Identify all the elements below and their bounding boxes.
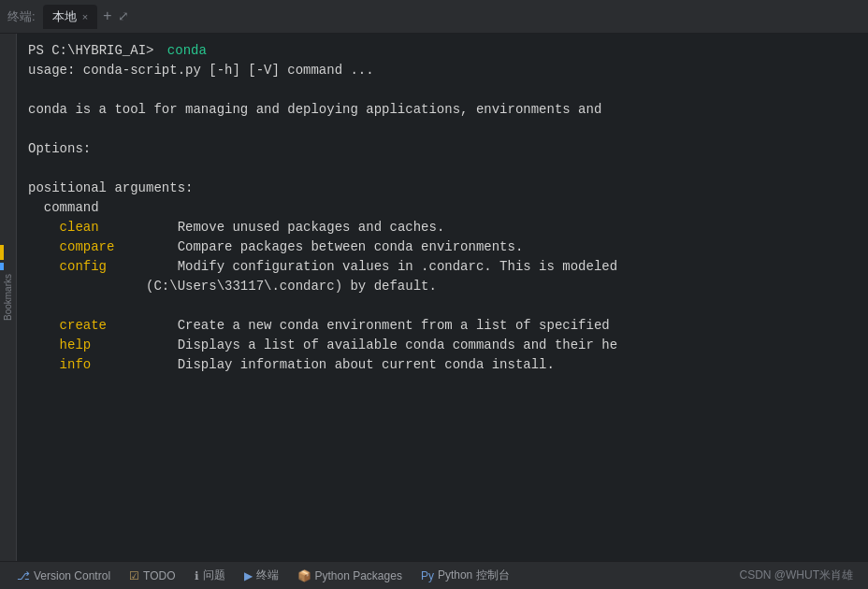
tab-add-button[interactable]: + bbox=[103, 8, 112, 25]
python-console-icon: Py bbox=[421, 569, 434, 582]
bookmark-dots bbox=[0, 245, 4, 270]
output-usage: usage: conda-script.py [-h] [-V] command… bbox=[28, 61, 857, 80]
terminal-output[interactable]: PS C:\HYBRIG_AI> conda usage: conda-scri… bbox=[17, 34, 868, 561]
terminal-label: 终端: bbox=[7, 8, 36, 25]
tab-expand-button[interactable]: ⤢ bbox=[118, 8, 129, 24]
bookmarks-sidebar: Bookmarks bbox=[0, 34, 17, 561]
output-help: help Displays a list of available conda … bbox=[28, 336, 857, 355]
blank-3 bbox=[28, 159, 857, 179]
prompt-line: PS C:\HYBRIG_AI> conda bbox=[28, 41, 857, 61]
main-area: Bookmarks PS C:\HYBRIG_AI> conda usage: … bbox=[0, 34, 868, 561]
version-control-icon: ⎇ bbox=[17, 569, 30, 582]
prompt-path: C:\HYBRIG_AI> bbox=[51, 41, 153, 61]
bookmarks-label: Bookmarks bbox=[3, 274, 13, 321]
output-info: info Display information about current c… bbox=[28, 355, 857, 375]
blank-4 bbox=[28, 296, 857, 316]
blank-1 bbox=[28, 80, 857, 100]
status-issues[interactable]: ℹ 问题 bbox=[185, 562, 235, 589]
tab-close-button[interactable]: × bbox=[82, 11, 88, 22]
status-python-console[interactable]: Py Python 控制台 bbox=[412, 562, 519, 589]
status-version-control[interactable]: ⎇ Version Control bbox=[7, 562, 120, 589]
output-command: command bbox=[28, 198, 857, 218]
output-create: create Create a new conda environment fr… bbox=[28, 316, 857, 336]
output-config-2: (C:\Users\33117\.condarc) by default. bbox=[28, 277, 857, 296]
prompt-command: conda bbox=[167, 41, 207, 61]
terminal-icon: ▶ bbox=[244, 569, 253, 582]
python-packages-icon: 📦 bbox=[297, 569, 311, 582]
issues-label: 问题 bbox=[203, 567, 225, 583]
status-terminal[interactable]: ▶ 终端 bbox=[235, 562, 288, 589]
issues-icon: ℹ bbox=[195, 569, 199, 582]
todo-icon: ☑ bbox=[129, 569, 139, 582]
python-console-label: Python 控制台 bbox=[438, 567, 510, 583]
python-packages-label: Python Packages bbox=[315, 569, 402, 582]
todo-label: TODO bbox=[143, 569, 175, 582]
terminal-status-label: 终端 bbox=[256, 567, 279, 583]
status-todo[interactable]: ☑ TODO bbox=[120, 562, 184, 589]
tab-local-label: 本地 bbox=[52, 8, 77, 25]
output-config: config Modify configuration values in .c… bbox=[28, 257, 857, 277]
bookmark-dot-yellow bbox=[0, 245, 4, 260]
status-right-text: CSDN @WHUT米肖雄 bbox=[739, 567, 861, 583]
output-positional: positional arguments: bbox=[28, 179, 857, 198]
tab-bar: 终端: 本地 × + ⤢ bbox=[0, 0, 868, 34]
output-clean: clean Remove unused packages and caches. bbox=[28, 218, 857, 237]
prompt-ps: PS bbox=[28, 41, 44, 61]
output-options: Options: bbox=[28, 139, 857, 159]
status-bar: ⎇ Version Control ☑ TODO ℹ 问题 ▶ 终端 📦 Pyt… bbox=[0, 561, 868, 589]
output-description: conda is a tool for managing and deployi… bbox=[28, 100, 857, 120]
version-control-label: Version Control bbox=[34, 569, 110, 582]
tab-local[interactable]: 本地 × bbox=[43, 5, 97, 29]
bookmark-dot-blue bbox=[0, 263, 4, 270]
blank-2 bbox=[28, 120, 857, 139]
output-compare: compare Compare packages between conda e… bbox=[28, 237, 857, 257]
status-python-packages[interactable]: 📦 Python Packages bbox=[288, 562, 412, 589]
